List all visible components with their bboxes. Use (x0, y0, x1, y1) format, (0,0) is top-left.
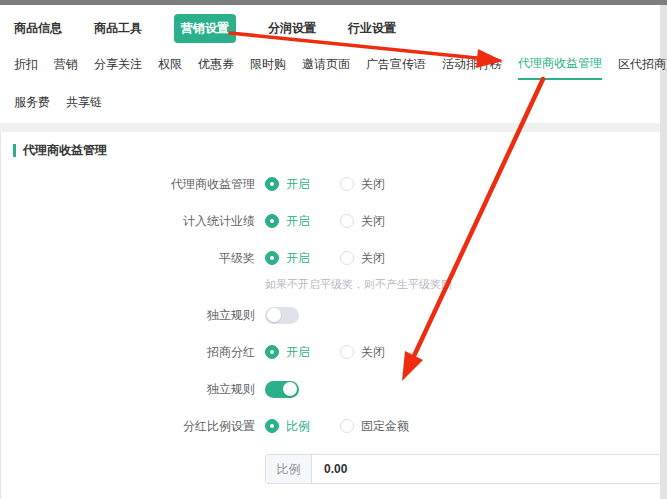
radio-on-label: 开启 (286, 344, 310, 361)
radio-off-label: 关闭 (361, 250, 385, 267)
primary-tab-bar: 商品信息 商品工具 营销设置 分润设置 行业设置 (0, 5, 660, 47)
radio-unselected-icon (340, 177, 354, 191)
tab-activity-ranking[interactable]: 活动排行榜 (442, 56, 502, 79)
tab-permissions[interactable]: 权限 (158, 56, 182, 79)
tab-agent-income-management[interactable]: 代理商收益管理 (518, 55, 602, 80)
ratio-input-prefix: 比例 (266, 455, 312, 483)
field-label: 独立规则 (13, 307, 255, 324)
form-row-count-stats: 计入统计业绩 开启 关闭 (13, 212, 660, 230)
radio-on-label: 开启 (286, 176, 310, 193)
form-row-independent-rule-2: 独立规则 (13, 380, 660, 398)
radio-off-label: 关闭 (361, 344, 385, 361)
radio-unselected-icon (340, 419, 354, 433)
radio-off[interactable]: 关闭 (340, 213, 385, 230)
switch-knob-icon (267, 308, 281, 322)
page: 商品信息 商品工具 营销设置 分润设置 行业设置 折扣 营销 分享关注 权限 优… (0, 0, 667, 499)
tab-invite-page[interactable]: 邀请页面 (302, 56, 350, 79)
form-row-dividend-ratio-setting: 分红比例设置 比例 固定金额 (13, 417, 660, 435)
tab-flash-sale[interactable]: 限时购 (250, 56, 286, 79)
ratio-input[interactable] (312, 455, 660, 483)
toggle-switch-on[interactable] (265, 381, 299, 398)
switch-wrap (265, 381, 299, 398)
radio-on[interactable]: 开启 (265, 344, 310, 361)
radio-selected-icon (265, 419, 279, 433)
tab-marketing-settings[interactable]: 营销设置 (174, 14, 236, 43)
tabs-header: 商品信息 商品工具 营销设置 分润设置 行业设置 折扣 营销 分享关注 权限 优… (0, 5, 660, 123)
tab-industry-settings[interactable]: 行业设置 (348, 20, 396, 37)
section-title: 代理商收益管理 (13, 142, 660, 159)
radio-ratio-label: 比例 (286, 418, 310, 435)
switch-knob-icon (283, 382, 297, 396)
radio-selected-icon (265, 177, 279, 191)
settings-app-window: 商品信息 商品工具 营销设置 分润设置 行业设置 折扣 营销 分享关注 权限 优… (0, 5, 660, 496)
tab-marketing[interactable]: 营销 (54, 56, 78, 79)
tab-service-fee[interactable]: 服务费 (14, 94, 50, 117)
field-label: 代理商收益管理 (13, 176, 255, 193)
radio-group: 开启 关闭 (265, 250, 385, 267)
form-row-independent-rule-1: 独立规则 (13, 306, 660, 324)
agent-income-panel: 代理商收益管理 代理商收益管理 开启 关闭 计入统计业绩 (0, 132, 660, 499)
radio-off-label: 关闭 (361, 176, 385, 193)
tab-product-tools[interactable]: 商品工具 (94, 20, 142, 37)
field-label: 分红比例设置 (13, 418, 255, 435)
radio-fixed-amount-label: 固定金额 (361, 418, 409, 435)
radio-unselected-icon (340, 214, 354, 228)
tab-product-info[interactable]: 商品信息 (14, 20, 62, 37)
tab-ad-slogan[interactable]: 广告宣传语 (366, 56, 426, 79)
tab-discount[interactable]: 折扣 (14, 56, 38, 79)
form-row-recruit-dividend: 招商分红 开启 关闭 (13, 343, 660, 361)
radio-selected-icon (265, 345, 279, 359)
radio-fixed-amount[interactable]: 固定金额 (340, 418, 409, 435)
tab-district-agent-recruiter[interactable]: 区代招商员 (618, 56, 667, 79)
radio-on[interactable]: 开启 (265, 213, 310, 230)
radio-on[interactable]: 开启 (265, 176, 310, 193)
tab-profit-settings[interactable]: 分润设置 (268, 20, 316, 37)
radio-on-label: 开启 (286, 250, 310, 267)
secondary-tab-bar: 折扣 营销 分享关注 权限 优惠券 限时购 邀请页面 广告宣传语 活动排行榜 代… (0, 47, 660, 80)
radio-ratio[interactable]: 比例 (265, 418, 310, 435)
field-label: 招商分红 (13, 344, 255, 361)
field-label: 独立规则 (13, 381, 255, 398)
tab-shared-chain[interactable]: 共享链 (66, 94, 102, 117)
section-title-text: 代理商收益管理 (23, 142, 107, 159)
radio-unselected-icon (340, 345, 354, 359)
section-accent-bar (13, 144, 16, 157)
header-content-divider (0, 123, 660, 132)
radio-group: 开启 关闭 (265, 344, 385, 361)
ratio-input-group: 比例 (265, 454, 661, 484)
radio-group: 开启 关闭 (265, 213, 385, 230)
radio-group: 开启 关闭 (265, 176, 385, 193)
form-row-agent-income: 代理商收益管理 开启 关闭 (13, 175, 660, 193)
switch-wrap (265, 307, 299, 324)
same-level-award-hint: 如果不开启平级奖，则不产生平级奖励 (265, 277, 660, 292)
field-label: 计入统计业绩 (13, 213, 255, 230)
radio-off-label: 关闭 (361, 213, 385, 230)
radio-selected-icon (265, 214, 279, 228)
radio-selected-icon (265, 251, 279, 265)
radio-on[interactable]: 开启 (265, 250, 310, 267)
secondary-tab-bar-row2: 服务费 共享链 (0, 80, 660, 117)
radio-group: 比例 固定金额 (265, 418, 409, 435)
radio-unselected-icon (340, 251, 354, 265)
tab-share-follow[interactable]: 分享关注 (94, 56, 142, 79)
field-label: 平级奖 (13, 250, 255, 267)
radio-off[interactable]: 关闭 (340, 250, 385, 267)
radio-off[interactable]: 关闭 (340, 176, 385, 193)
form-row-same-level-award: 平级奖 开启 关闭 (13, 249, 660, 267)
tab-coupon[interactable]: 优惠券 (198, 56, 234, 79)
radio-on-label: 开启 (286, 213, 310, 230)
radio-off[interactable]: 关闭 (340, 344, 385, 361)
toggle-switch-off[interactable] (265, 307, 299, 324)
